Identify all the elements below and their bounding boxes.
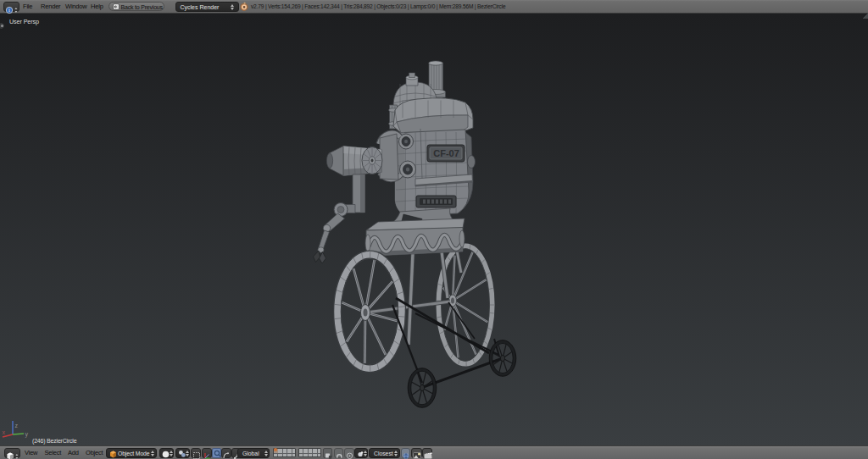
- svg-text:CF-07: CF-07: [433, 149, 459, 159]
- svg-text:i: i: [8, 7, 10, 13]
